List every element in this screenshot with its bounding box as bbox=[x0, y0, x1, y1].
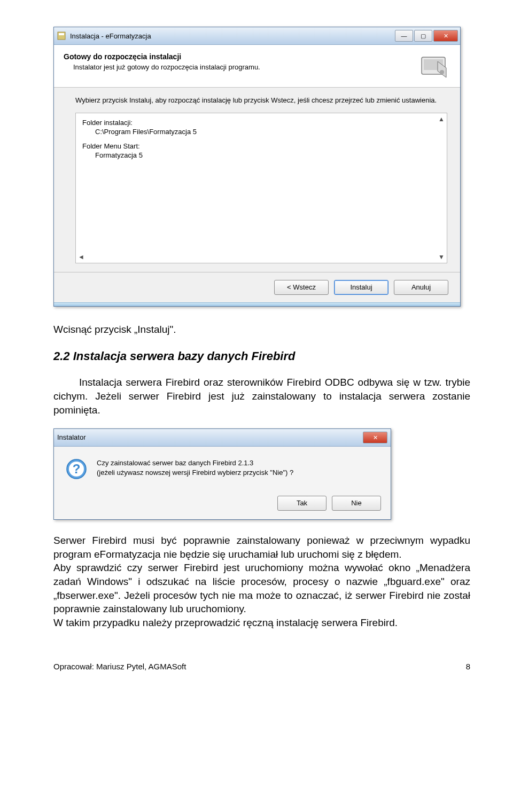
summary-box: Folder instalacji: C:\Program Files\Form… bbox=[75, 113, 447, 263]
scroll-down-icon[interactable]: ▼ bbox=[438, 253, 445, 261]
titlebar: Instalacja - eFormatyzacja — ▢ ✕ bbox=[54, 27, 460, 45]
header-panel: Gotowy do rozpoczęcia instalacji Instala… bbox=[54, 45, 460, 88]
yes-button[interactable]: Tak bbox=[277, 496, 327, 511]
installer-window: Instalacja - eFormatyzacja — ▢ ✕ Gotowy … bbox=[53, 27, 461, 307]
startmenu-label: Folder Menu Start: bbox=[82, 142, 440, 150]
svg-text:?: ? bbox=[73, 462, 81, 476]
dialog-line2: (jeżeli używasz nowszej wersji Firebird … bbox=[97, 468, 293, 478]
instruction-text: Wybierz przycisk Instaluj, aby rozpocząć… bbox=[75, 96, 447, 105]
close-button[interactable]: ✕ bbox=[433, 30, 458, 42]
paragraph-press-install: Wcisnąć przycisk „Instaluj". bbox=[53, 323, 470, 337]
dialog-text: Czy zainstalować serwer baz danych Fireb… bbox=[97, 458, 293, 480]
paragraph-task-manager: Aby sprawdzić czy serwer Firebird jest u… bbox=[53, 561, 470, 616]
dialog-close-button[interactable]: ✕ bbox=[363, 432, 387, 443]
installer-icon bbox=[56, 30, 67, 41]
svg-point-4 bbox=[440, 70, 444, 74]
folder-value: C:\Program Files\Formatyzacja 5 bbox=[95, 128, 440, 136]
paragraph-manual-install: W takim przypadku należy przeprowadzić r… bbox=[53, 616, 470, 630]
paragraph-silent-install: Instalacja serwera Firebird oraz sterown… bbox=[53, 376, 470, 417]
header-subtitle: Instalator jest już gotowy do rozpoczęci… bbox=[73, 63, 418, 71]
dialog-titlebar: Instalator ✕ bbox=[54, 429, 391, 447]
maximize-button[interactable]: ▢ bbox=[414, 30, 432, 42]
dialog-window: Instalator ✕ ? Czy zainstalować serwer b… bbox=[53, 428, 391, 520]
content-panel: Wybierz przycisk Instaluj, aby rozpocząć… bbox=[54, 88, 460, 272]
section-heading: 2.2 Instalacja serwera bazy danych Fireb… bbox=[53, 348, 470, 364]
footer-author: Opracował: Mariusz Pytel, AGMASoft bbox=[53, 662, 186, 671]
paragraph-firebird-required: Serwer Firebird musi być poprawnie zains… bbox=[53, 534, 470, 561]
svg-rect-1 bbox=[59, 33, 64, 35]
button-bar: < Wstecz Instaluj Anuluj bbox=[54, 272, 460, 302]
no-button[interactable]: Nie bbox=[332, 496, 381, 511]
page-number: 8 bbox=[466, 662, 470, 671]
scroll-left-icon[interactable]: ◄ bbox=[78, 253, 84, 261]
install-button[interactable]: Instaluj bbox=[334, 280, 388, 295]
scroll-up-icon[interactable]: ▲ bbox=[438, 115, 445, 123]
disk-icon bbox=[418, 52, 450, 82]
footer: Opracował: Mariusz Pytel, AGMASoft 8 bbox=[53, 662, 470, 671]
folder-label: Folder instalacji: bbox=[82, 119, 440, 127]
cancel-button[interactable]: Anuluj bbox=[394, 280, 448, 295]
dialog-title: Instalator bbox=[57, 433, 363, 442]
question-icon: ? bbox=[66, 458, 87, 480]
header-title: Gotowy do rozpoczęcia instalacji bbox=[64, 52, 418, 61]
window-title: Instalacja - eFormatyzacja bbox=[70, 32, 395, 40]
minimize-button[interactable]: — bbox=[395, 30, 413, 42]
startmenu-value: Formatyzacja 5 bbox=[95, 151, 440, 159]
taskbar-strip bbox=[54, 302, 460, 306]
dialog-line1: Czy zainstalować serwer baz danych Fireb… bbox=[97, 458, 293, 468]
back-button[interactable]: < Wstecz bbox=[274, 280, 329, 295]
